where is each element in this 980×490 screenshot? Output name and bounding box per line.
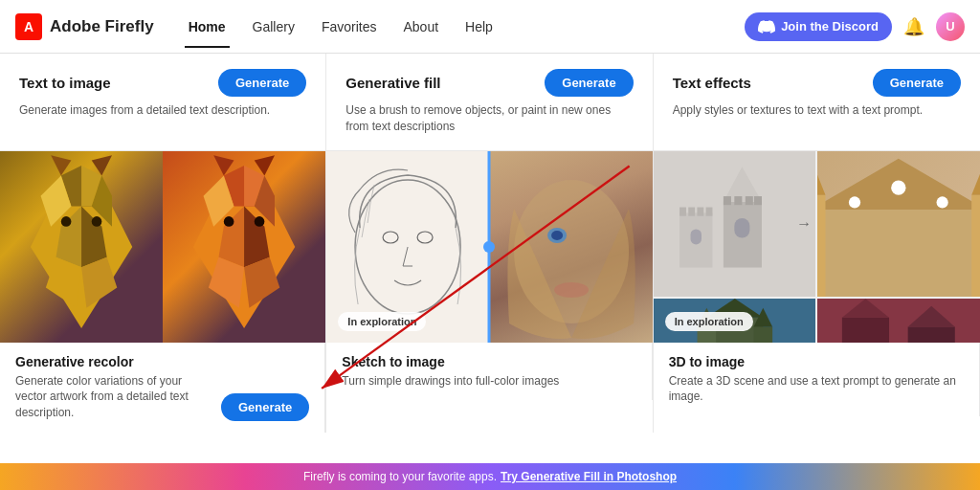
svg-rect-39 [706,208,713,216]
generative-recolor-title: Generative recolor [15,354,210,369]
dog-right-svg [163,151,325,343]
svg-rect-52 [972,194,980,297]
threed-to-image-text: 3D to image Create a 3D scene and use a … [669,354,964,406]
svg-point-32 [551,231,563,240]
user-avatar[interactable]: U [936,12,965,41]
sketch-to-image-text: Sketch to image Turn simple drawings int… [342,354,635,390]
sketch-exploration-badge: In exploration [338,312,426,331]
svg-rect-47 [691,230,702,245]
browser-frame: A Adobe Firefly Home Gallery Favorites A… [0,0,980,490]
generative-recolor-image [0,151,325,343]
svg-point-54 [892,180,906,194]
sketch-to-image-image: In exploration [326,151,652,343]
arrow-right-icon: → [796,215,812,233]
svg-rect-48 [817,210,980,298]
nav-home[interactable]: Home [177,13,237,40]
castle-aerial-svg [817,299,980,342]
nav-help[interactable]: Help [454,13,504,40]
svg-rect-44 [746,196,753,205]
sketch-to-image-info: Sketch to image Turn simple drawings int… [326,343,652,401]
threed-exploration-badge: In exploration [665,312,753,331]
sketch-to-image-desc: Turn simple drawings into full-color ima… [342,373,635,390]
dog-left-svg [0,151,163,343]
svg-rect-37 [688,208,695,216]
svg-point-33 [554,282,589,298]
notifications-icon[interactable]: 🔔 [903,16,924,37]
navbar-logo[interactable]: A Adobe Firefly [15,13,154,40]
navbar-nav: Home Gallery Favorites About Help [177,13,746,40]
svg-marker-53 [972,158,980,194]
svg-rect-69 [817,299,980,342]
discord-button[interactable]: Join the Discord [745,12,892,41]
threed-to-image-title: 3D to image [669,354,964,369]
generative-fill-desc: Use a brush to remove objects, or paint … [345,102,633,135]
photo-face-panel [490,151,653,343]
discord-label: Join the Discord [781,19,879,33]
brand-name: Adobe Firefly [50,17,154,36]
svg-rect-46 [734,218,749,238]
dog-panel [0,151,325,343]
svg-rect-45 [754,196,762,205]
castle-svg [661,158,808,289]
top-cards-row: Text to image Generate Generate images f… [0,54,980,151]
text-to-image-card: Text to image Generate Generate images f… [0,54,326,150]
text-effects-generate-button[interactable]: Generate [873,69,961,97]
main-content: Text to image Generate Generate images f… [0,54,980,490]
nav-about[interactable]: About [391,13,450,40]
dog-right-panel [163,151,325,343]
sketch-panel: In exploration [326,151,652,343]
banner-text: Firefly is coming to your favorite apps. [303,470,497,483]
generative-fill-generate-button[interactable]: Generate [545,69,633,97]
dog-left-panel [0,151,163,343]
threed-to-image-image: → [654,151,980,343]
svg-rect-36 [679,208,686,216]
svg-point-9 [61,216,72,227]
photo-face-svg [490,151,653,343]
threed-castle-aerial-panel [817,299,980,342]
threed-castle-panel: → [654,151,816,298]
text-effects-title: Text effects [673,75,751,91]
threed-to-image-card: → [654,151,980,433]
generative-recolor-info: Generative recolor Generate color variat… [0,343,325,433]
generative-recolor-card: Generative recolor Generate color variat… [0,151,326,433]
generative-fill-title: Generative fill [345,75,440,91]
sketch-to-image-card: In exploration Sketch to image Turn simp… [326,151,653,433]
threed-to-image-desc: Create a 3D scene and use a text prompt … [669,373,964,406]
threed-gingerbread-panel [817,151,980,298]
generative-recolor-generate-button[interactable]: Generate [221,393,309,421]
generative-recolor-desc: Generate color variations of your vector… [15,373,210,421]
banner-link[interactable]: Try Generative Fill in Photoshop [501,470,677,483]
svg-rect-43 [734,196,742,205]
svg-point-55 [849,196,860,208]
navbar-right: Join the Discord 🔔 U [745,12,965,41]
generative-recolor-text: Generative recolor Generate color variat… [15,354,210,421]
generative-fill-card: Generative fill Generate Use a brush to … [326,54,653,150]
sketch-to-image-title: Sketch to image [342,354,635,369]
bottom-banner: Firefly is coming to your favorite apps.… [0,463,980,490]
svg-marker-51 [817,158,825,194]
threed-to-image-info: 3D to image Create a 3D scene and use a … [654,343,980,417]
svg-point-56 [937,196,948,208]
navbar: A Adobe Firefly Home Gallery Favorites A… [0,0,980,54]
text-to-image-generate-button[interactable]: Generate [218,69,306,97]
text-to-image-title: Text to image [19,75,111,91]
sketch-dot [483,241,495,253]
text-effects-card: Text effects Generate Apply styles or te… [654,54,980,150]
svg-rect-50 [817,194,825,297]
gingerbread-svg [817,151,980,298]
svg-point-10 [92,216,102,227]
svg-point-22 [224,216,234,227]
adobe-icon: A [15,13,42,40]
text-to-image-desc: Generate images from a detailed text des… [19,102,306,135]
bottom-cards-row: Generative recolor Generate color variat… [0,151,980,433]
svg-point-23 [255,216,265,227]
threed-panel: → [654,151,980,343]
svg-rect-60 [753,327,772,343]
text-effects-desc: Apply styles or textures to text with a … [673,102,961,135]
nav-gallery[interactable]: Gallery [241,13,306,40]
discord-icon [758,18,775,35]
svg-rect-42 [724,196,731,205]
svg-rect-38 [698,208,704,216]
nav-favorites[interactable]: Favorites [310,13,389,40]
